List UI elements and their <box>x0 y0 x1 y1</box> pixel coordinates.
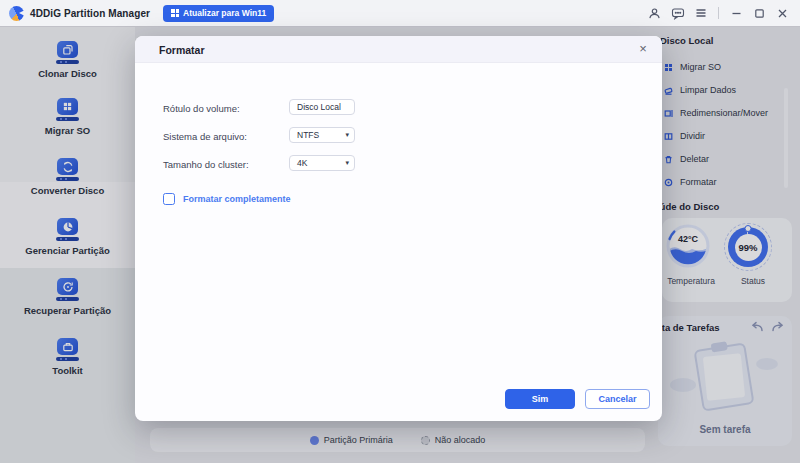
file-system-value: NTFS <box>297 130 319 140</box>
confirm-button[interactable]: Sim <box>505 389 575 409</box>
volume-label-row: Rótulo do volume: <box>163 99 633 117</box>
titlebar-divider <box>718 7 719 19</box>
file-system-select[interactable]: NTFS ▾ <box>289 127 355 143</box>
file-system-label: Sistema de arquivo: <box>163 131 247 142</box>
file-system-row: Sistema de arquivo: NTFS ▾ <box>163 127 633 145</box>
app-window: 4DDiG Partition Manager Atualizar para W… <box>0 0 800 463</box>
cluster-size-label: Tamanho do cluster: <box>163 159 249 170</box>
upgrade-win11-label: Atualizar para Win11 <box>183 8 266 18</box>
feedback-chat-icon[interactable] <box>670 6 685 21</box>
format-completely-label[interactable]: Formatar completamente <box>183 194 291 204</box>
maximize-icon[interactable] <box>752 6 767 21</box>
menu-icon[interactable] <box>693 6 708 21</box>
dialog-title: Formatar <box>159 44 205 56</box>
app-logo-icon <box>9 6 24 21</box>
upgrade-win11-button[interactable]: Atualizar para Win11 <box>163 5 274 22</box>
titlebar: 4DDiG Partition Manager Atualizar para W… <box>0 0 800 27</box>
chevron-down-icon: ▾ <box>345 159 349 167</box>
minimize-icon[interactable] <box>729 6 744 21</box>
cluster-size-row: Tamanho do cluster: 4K ▾ <box>163 155 633 173</box>
account-icon[interactable] <box>647 6 662 21</box>
volume-label-text: Rótulo do volume: <box>163 103 240 114</box>
format-dialog: Formatar × Rótulo do volume: Sistema de … <box>135 36 662 421</box>
close-icon[interactable]: × <box>634 40 652 58</box>
window-close-icon[interactable] <box>775 6 790 21</box>
windows-icon <box>171 9 179 17</box>
format-completely-checkbox[interactable] <box>163 193 175 205</box>
format-completely-row: Formatar completamente <box>163 192 291 205</box>
dialog-header: Formatar × <box>135 36 662 63</box>
cluster-size-value: 4K <box>297 158 307 168</box>
cluster-size-select[interactable]: 4K ▾ <box>289 155 355 171</box>
volume-label-input[interactable] <box>289 99 355 115</box>
app-title: 4DDiG Partition Manager <box>30 8 150 19</box>
chevron-down-icon: ▾ <box>345 131 349 139</box>
cancel-button[interactable]: Cancelar <box>585 389 650 409</box>
